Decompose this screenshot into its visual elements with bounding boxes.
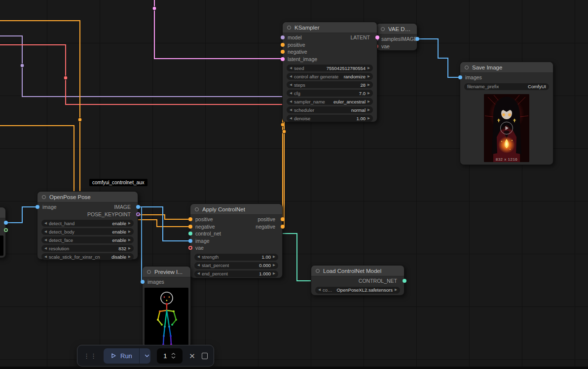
widget-denoise[interactable]: ◀denoise1.00▶ <box>287 115 373 122</box>
collapse-dot[interactable] <box>465 66 469 69</box>
reroute-dot[interactable] <box>78 118 82 122</box>
out-port-IMAGE[interactable] <box>415 37 419 41</box>
widget-contr-[interactable]: ◀contr...OpenPoseXL2.safetensors▶ <box>315 287 400 294</box>
decrement-arrow-icon[interactable]: ◀ <box>197 255 200 259</box>
node-apply-controlnet[interactable]: Apply ControlNet positivepositivenegativ… <box>190 203 283 278</box>
in-port-positive[interactable] <box>281 43 285 47</box>
widget-start-percent[interactable]: ◀start_percent0.000▶ <box>194 262 278 269</box>
run-options-dropdown[interactable] <box>139 348 150 364</box>
increment-arrow-icon[interactable]: ▶ <box>128 238 131 242</box>
collapse-dot[interactable] <box>381 27 385 31</box>
node-header[interactable]: Save Image <box>460 62 553 73</box>
collapse-dot[interactable] <box>147 270 151 274</box>
out-port-POSE_KEYPOINT[interactable] <box>136 212 140 216</box>
stop-button[interactable] <box>202 353 208 359</box>
decrement-arrow-icon[interactable]: ◀ <box>290 92 292 95</box>
play-overlay-icon[interactable] <box>500 122 513 134</box>
increment-arrow-icon[interactable]: ▶ <box>368 75 370 78</box>
out-port-CONTROL_NET[interactable] <box>403 279 406 283</box>
increment-arrow-icon[interactable]: ▶ <box>128 230 131 234</box>
decrement-arrow-icon[interactable]: ◀ <box>197 272 200 275</box>
in-port-positive[interactable] <box>188 217 192 221</box>
decrement-arrow-icon[interactable]: ◀ <box>44 255 47 259</box>
batch-count-input[interactable]: 1 <box>157 348 183 364</box>
increment-arrow-icon[interactable]: ▶ <box>368 92 370 95</box>
widget-filename-prefix[interactable]: filename_prefixComfyUI <box>464 83 549 90</box>
node-graph-canvas[interactable]: IMAGEMASK KSampler modelLATENTpositivene… <box>0 0 588 369</box>
node-header[interactable]: Apply ControlNet <box>190 204 282 215</box>
out-port-IMAGE[interactable] <box>4 221 8 225</box>
increment-arrow-icon[interactable]: ▶ <box>128 247 131 250</box>
node-ksampler[interactable]: KSampler modelLATENTpositivenegativelate… <box>282 22 377 122</box>
increment-arrow-icon[interactable]: ▶ <box>273 255 275 259</box>
widget-strength[interactable]: ◀strength1.00▶ <box>194 254 278 261</box>
in-port-image[interactable] <box>36 205 39 209</box>
node-openpose-pose[interactable]: OpenPose Pose imageIMAGEPOSE_KEYPOINT ◀d… <box>37 191 138 260</box>
cancel-button close-icon[interactable]: ✕ <box>189 352 195 360</box>
increment-arrow-icon[interactable]: ▶ <box>395 288 397 292</box>
widget-control-after-generate[interactable]: ◀control after generaterandomize▶ <box>287 73 373 80</box>
reroute-dot[interactable] <box>152 6 156 10</box>
increment-arrow-icon[interactable]: ▶ <box>368 108 370 112</box>
widget-detect-face[interactable]: ◀detect_faceenable▶ <box>41 236 134 243</box>
node-preview-image[interactable]: Preview I... images <box>142 266 191 347</box>
drag-handle-icon[interactable]: ⋮⋮ <box>83 353 97 359</box>
node-header[interactable]: KSampler <box>283 22 377 33</box>
node-load-controlnet-model[interactable]: Load ControlNet Model CONTROL_NET ◀contr… <box>311 265 404 296</box>
out-port-LATENT[interactable] <box>375 35 379 39</box>
node-load-image-partial[interactable]: IMAGEMASK <box>0 207 6 258</box>
decrement-arrow-icon[interactable]: ◀ <box>290 75 292 78</box>
widget-detect-body[interactable]: ◀detect_bodyenable▶ <box>41 228 134 235</box>
decrement-arrow-icon[interactable]: ◀ <box>318 288 321 292</box>
increment-arrow-icon[interactable]: ▶ <box>368 100 370 103</box>
widget-cfg[interactable]: ◀cfg7.0▶ <box>287 90 373 97</box>
in-port-image[interactable] <box>188 239 192 243</box>
node-header[interactable]: VAE Decode <box>376 24 417 34</box>
in-port-latent_image[interactable] <box>281 57 285 61</box>
decrement-arrow-icon[interactable]: ◀ <box>44 222 47 225</box>
widget-sampler-name[interactable]: ◀sampler_nameeuler_ancestral▶ <box>287 98 373 105</box>
out-port-MASK[interactable] <box>4 228 8 232</box>
widget-steps[interactable]: ◀steps28▶ <box>287 81 373 88</box>
increment-icon[interactable] <box>171 353 176 355</box>
in-port-negative[interactable] <box>281 50 285 54</box>
node-header[interactable]: Preview I... <box>143 267 190 277</box>
out-port-negative[interactable] <box>281 225 285 229</box>
widget-detect-hand[interactable]: ◀detect_handenable▶ <box>41 220 134 227</box>
decrement-arrow-icon[interactable]: ◀ <box>44 230 47 234</box>
node-save-image[interactable]: Save Image images filename_prefixComfyUI <box>460 62 553 165</box>
increment-arrow-icon[interactable]: ▶ <box>273 272 275 275</box>
in-port-images[interactable] <box>458 75 462 79</box>
node-header[interactable]: OpenPose Pose <box>37 192 138 202</box>
increment-arrow-icon[interactable]: ▶ <box>368 83 370 87</box>
reroute-dot[interactable] <box>20 64 24 67</box>
out-port-positive[interactable] <box>281 217 285 221</box>
widget-resolution[interactable]: ◀resolution832▶ <box>41 245 134 252</box>
reroute-dot[interactable] <box>282 130 286 134</box>
decrement-arrow-icon[interactable]: ◀ <box>197 264 200 267</box>
decrement-arrow-icon[interactable]: ◀ <box>290 83 292 87</box>
in-port-control_net[interactable] <box>188 232 192 235</box>
decrement-icon[interactable] <box>171 356 176 359</box>
widget-seed[interactable]: ◀seed755042512780554▶ <box>287 65 373 71</box>
in-port-images[interactable] <box>141 280 145 284</box>
out-port-IMAGE[interactable] <box>136 205 140 209</box>
node-header[interactable] <box>0 207 5 218</box>
decrement-arrow-icon[interactable]: ◀ <box>290 117 292 120</box>
in-port-model[interactable] <box>281 35 285 39</box>
node-vae-decode[interactable]: VAE Decode samplesIMAGEvae <box>376 23 417 51</box>
decrement-arrow-icon[interactable]: ◀ <box>290 67 292 70</box>
increment-arrow-icon[interactable]: ▶ <box>368 117 370 120</box>
collapse-dot[interactable] <box>316 269 320 273</box>
decrement-arrow-icon[interactable]: ◀ <box>44 247 47 250</box>
node-header[interactable]: Load ControlNet Model <box>311 266 404 276</box>
decrement-arrow-icon[interactable]: ◀ <box>290 108 292 112</box>
run-button[interactable]: Run <box>104 348 139 364</box>
widget-scheduler[interactable]: ◀schedulernormal▶ <box>287 106 373 113</box>
widget-end-percent[interactable]: ◀end_percent1.000▶ <box>194 270 278 277</box>
collapse-dot[interactable] <box>195 207 199 211</box>
increment-arrow-icon[interactable]: ▶ <box>273 264 275 267</box>
in-port-negative[interactable] <box>188 225 192 229</box>
decrement-arrow-icon[interactable]: ◀ <box>44 238 47 242</box>
widget-scale-stick-for-xinsr-cn[interactable]: ◀scale_stick_for_xinsr_cndisable▶ <box>41 253 134 260</box>
